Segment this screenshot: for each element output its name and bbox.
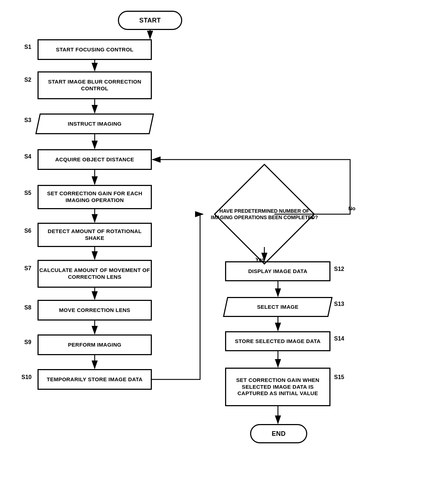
label-s2: S2 — [24, 77, 31, 83]
start-node: START — [118, 11, 182, 30]
label-s13: S13 — [334, 301, 344, 307]
node-s9: PERFORM IMAGING — [38, 334, 152, 355]
label-s9: S9 — [24, 339, 31, 346]
label-s15: S15 — [334, 374, 344, 380]
node-s5: SET CORRECTION GAIN FOR EACH IMAGING OPE… — [38, 185, 152, 209]
node-s6: DETECT AMOUNT OF ROTATIONAL SHAKE — [38, 223, 152, 247]
node-s1: START FOCUSING CONTROL — [38, 39, 152, 60]
diagram-container: START S1 START FOCUSING CONTROL S2 START… — [0, 0, 443, 504]
node-s13: SELECT IMAGE — [225, 297, 330, 317]
node-s10: TEMPORARILY STORE IMAGE DATA — [38, 369, 152, 390]
label-s6: S6 — [24, 228, 31, 234]
node-s7: CALCULATE AMOUNT OF MOVEMENT OF CORRECTI… — [38, 260, 152, 288]
label-s4: S4 — [24, 153, 31, 160]
label-s5: S5 — [24, 190, 31, 196]
node-s2: START IMAGE BLUR CORRECTION CONTROL — [38, 71, 152, 99]
branch-yes: Yes — [255, 256, 265, 262]
node-s4: ACQUIRE OBJECT DISTANCE — [38, 149, 152, 170]
node-s3: INSTRUCT IMAGING — [38, 114, 152, 134]
branch-no: No — [348, 205, 355, 211]
label-s14: S14 — [334, 336, 344, 342]
label-s7: S7 — [24, 265, 31, 272]
node-s8: MOVE CORRECTION LENS — [38, 300, 152, 321]
label-s8: S8 — [24, 304, 31, 311]
end-node: END — [250, 424, 307, 443]
node-s15: SET CORRECTION GAIN WHEN SELECTED IMAGE … — [225, 368, 330, 406]
label-s12: S12 — [334, 266, 344, 272]
node-s12: DISPLAY IMAGE DATA — [225, 261, 330, 281]
label-s10: S10 — [21, 374, 31, 380]
label-s1: S1 — [24, 44, 31, 50]
node-s11: HAVE PREDETERMINED NUMBER OF IMAGING OPE… — [204, 175, 325, 253]
node-s14: STORE SELECTED IMAGE DATA — [225, 331, 330, 351]
label-s3: S3 — [24, 117, 31, 124]
